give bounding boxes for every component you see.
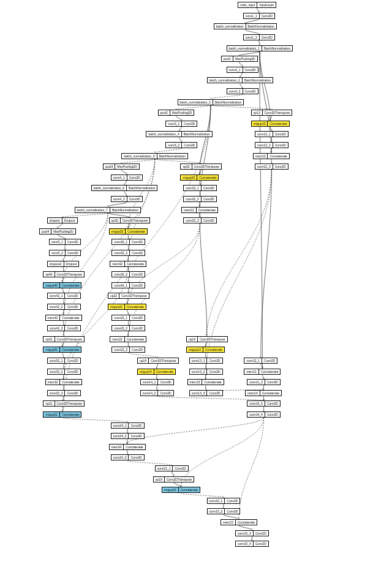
node-type-label: Conv2D bbox=[65, 293, 80, 298]
node-merc24: merc24Concatenate bbox=[109, 444, 146, 450]
edge-mrgup42-conv42_1b bbox=[62, 288, 64, 293]
node-up14: up14Conv2DTranspose bbox=[137, 358, 179, 364]
node-id-label: conv1_2 bbox=[244, 35, 260, 40]
edge-up32-mrgup32 bbox=[128, 223, 129, 228]
node-type-label: Conv2D bbox=[243, 89, 258, 94]
node-id-label: conv22_1 bbox=[112, 315, 130, 320]
node-conv12c_1: conv12_1Conv2D bbox=[244, 358, 277, 364]
node-id-label: conv32_2 bbox=[48, 369, 66, 374]
edge-bn2-merc12 bbox=[260, 51, 271, 153]
node-id-label: conv21_1 bbox=[156, 466, 173, 471]
node-mrgup15: mrgup15Concatenate bbox=[162, 487, 200, 493]
node-conv13_2: conv13_2Conv2D bbox=[189, 369, 223, 375]
node-id-label: up13 bbox=[187, 337, 198, 342]
node-mrgup13: mrgup13Concatenate bbox=[251, 121, 290, 127]
node-type-label: Conv2D bbox=[65, 326, 80, 331]
node-id-label: mrgup23 bbox=[181, 175, 197, 180]
node-type-label: Conv2D bbox=[207, 391, 222, 396]
node-id-label: conv14_3 bbox=[247, 401, 265, 406]
edge-conv24_3-conv21x_1 bbox=[127, 460, 172, 465]
node-id-label: merc42 bbox=[46, 315, 61, 320]
node-type-label: Conv2D bbox=[158, 380, 173, 385]
node-id-label: up13 bbox=[252, 110, 263, 115]
node-pool1: pool1MaxPooling2D bbox=[221, 56, 258, 62]
node-id-label: conv22_1 bbox=[184, 186, 202, 190]
edge-conv13_2-merc13 bbox=[206, 375, 206, 380]
edge-up31-mrgup31 bbox=[62, 342, 64, 347]
node-id-label: merc14 bbox=[246, 391, 260, 396]
node-type-label: Conv2D bbox=[130, 250, 145, 255]
node-type-label: BatchNormalization bbox=[182, 132, 212, 137]
node-mrgup13b: mrgup13Concatenate bbox=[186, 347, 225, 353]
node-type-label: Conv2D bbox=[130, 239, 145, 244]
edge-up13-mrgup13 bbox=[270, 116, 271, 121]
edge-conv14_4-merc15 bbox=[239, 418, 264, 519]
node-id-label: mrgup22 bbox=[108, 304, 125, 309]
edge-bn3-conv2_2 bbox=[240, 83, 243, 88]
node-type-label: Conv2D bbox=[182, 143, 197, 148]
node-conv42_1b: conv42_1Conv2D bbox=[47, 293, 81, 299]
node-type-label: Concatenate bbox=[268, 154, 288, 159]
node-conv14_3: conv14_3Conv2D bbox=[247, 400, 281, 407]
edge-mrgup32-conv32_1 bbox=[128, 235, 129, 239]
node-conv12_2: conv12_2Conv2D bbox=[255, 142, 288, 148]
node-pool3: pool3MaxPooling2D bbox=[103, 163, 140, 170]
node-mrgup14: mrgup14Concatenate bbox=[137, 369, 176, 375]
node-type-label: Conv2D bbox=[225, 509, 239, 514]
node-conv24_2: conv24_2Conv2D bbox=[111, 433, 145, 439]
edge-conv32b_2-merc32b bbox=[64, 375, 64, 380]
node-id-label: conv24_3 bbox=[111, 455, 129, 460]
node-id-label: conv32_2 bbox=[112, 250, 130, 255]
node-type-label: BatchNormalization bbox=[262, 46, 292, 51]
node-type-label: Concatenate bbox=[179, 487, 200, 492]
node-id-label: conv14_1 bbox=[141, 380, 159, 385]
node-bn8: batch_normalization_7BatchNormalization bbox=[75, 207, 141, 213]
node-id-label: conv11_3 bbox=[247, 380, 265, 385]
node-conv42_3: conv42_3Conv2D bbox=[47, 325, 81, 331]
node-type-label: Conv2D bbox=[173, 466, 187, 471]
node-id-label: conv12_2 bbox=[255, 143, 273, 148]
node-type-label: Conv2D bbox=[273, 164, 288, 169]
node-type-label: Concatenate bbox=[202, 380, 223, 385]
edge-bn6-up23 bbox=[155, 159, 201, 164]
node-id-label: up32 bbox=[110, 218, 121, 223]
node-type-label: Concatenate bbox=[126, 229, 146, 234]
edge-pool4-conv5_1 bbox=[58, 235, 65, 239]
node-id-label: conv5_1 bbox=[50, 239, 66, 244]
node-bn7: batch_normalization_6BatchNormalization bbox=[91, 185, 158, 191]
node-pool4: pool4MaxPooling2D bbox=[39, 228, 76, 235]
node-mrgup21: mrgup21Concatenate bbox=[43, 411, 81, 418]
node-type-label: Concatenate bbox=[60, 283, 81, 288]
node-type-label: Conv2DTranspose bbox=[55, 272, 85, 277]
node-conv22b_2: conv22_2Conv2D bbox=[111, 325, 145, 331]
node-type-label: Conv2D bbox=[254, 531, 268, 536]
node-up19: up19Conv2DTranspose bbox=[153, 476, 195, 482]
edge-merc42-conv42_3 bbox=[64, 321, 64, 326]
node-bn6: batch_normalization_5BatchNormalization bbox=[121, 153, 188, 159]
node-type-label: Concatenate bbox=[60, 380, 81, 385]
node-type-label: Conv2DTranspose bbox=[55, 401, 85, 406]
node-merc13: merc13Concatenate bbox=[187, 379, 224, 385]
edge-conv22_2-merc22 bbox=[200, 202, 200, 207]
edge-up14-mrgup14 bbox=[157, 364, 158, 369]
node-type-label: Concatenate bbox=[260, 391, 281, 396]
node-conv15_1: conv15_1Conv2D bbox=[207, 498, 241, 504]
edge-conv12_2-merc12 bbox=[271, 148, 272, 153]
edge-conv15_2-merc15 bbox=[224, 514, 239, 519]
node-merc11: merc11Concatenate bbox=[244, 369, 281, 375]
node-id-label: conv13_2 bbox=[190, 369, 208, 374]
node-conv22b_3: conv22_3Conv2D bbox=[111, 347, 145, 353]
node-id-label: conv14_4 bbox=[247, 412, 265, 417]
edge-up13b-mrgup13b bbox=[206, 342, 207, 347]
node-id-label: merc15 bbox=[221, 520, 236, 525]
node-bn1: batch_normalizationBatchNormalization bbox=[214, 23, 277, 29]
node-type-label: Conv2D bbox=[66, 239, 80, 244]
node-id-label: conv2_2 bbox=[227, 89, 243, 94]
node-type-label: Concatenate bbox=[197, 175, 218, 180]
edge-conv12c_1-merc11 bbox=[261, 364, 263, 369]
node-id-label: pool4 bbox=[40, 229, 51, 234]
node-mrgup23: mrgup23Concatenate bbox=[180, 175, 219, 181]
edge-merc12-conv12_3 bbox=[271, 159, 272, 164]
node-type-label: MaxPooling2D bbox=[170, 110, 194, 115]
edge-merc32b-conv32b_3 bbox=[64, 385, 64, 390]
